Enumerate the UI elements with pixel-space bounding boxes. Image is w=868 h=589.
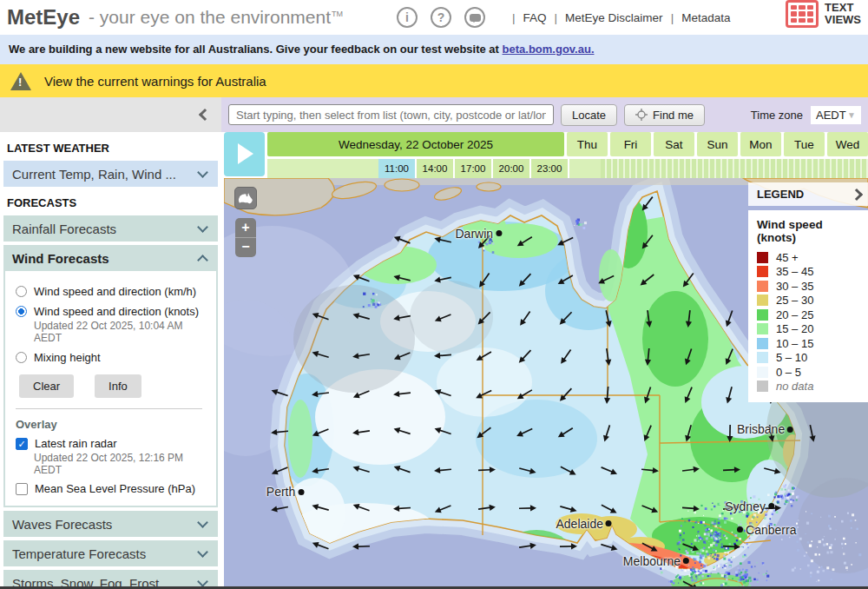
- info-button[interactable]: Info: [95, 374, 141, 398]
- legend-item: 30 – 35: [757, 279, 859, 294]
- time-slot[interactable]: 23:00: [531, 159, 568, 178]
- sidebar-item[interactable]: Temperature Forecasts: [3, 540, 218, 566]
- chevron-down-icon: [197, 517, 208, 528]
- checkbox[interactable]: [16, 438, 28, 450]
- future-times-strip: [601, 159, 868, 178]
- wind-option: Mixing height: [16, 351, 211, 364]
- chevron-up-icon: [197, 255, 208, 266]
- wind-option-radio-row[interactable]: Wind speed and direction (km/h): [16, 285, 211, 298]
- latest-weather-heading: LATEST WEATHER: [7, 142, 221, 155]
- text-views-button[interactable]: TEXTVIEWS: [786, 0, 861, 28]
- app-tagline: - your eye on the environmentTM: [89, 7, 343, 28]
- day-tab[interactable]: Wed: [827, 132, 868, 156]
- wind-option-radio-row[interactable]: Mixing height: [16, 351, 211, 364]
- header-link[interactable]: |FAQ: [504, 11, 547, 24]
- radio-button[interactable]: [16, 352, 27, 363]
- overlay-options: Latest rain radar Updated 22 Oct 2025, 1…: [16, 437, 211, 495]
- overlay-check-row[interactable]: Mean Sea Level Pressure (hPa): [16, 482, 211, 495]
- zoom-to-australia-button[interactable]: [234, 187, 257, 209]
- sidebar-item[interactable]: Waves Forecasts: [3, 511, 218, 537]
- info-icon[interactable]: i: [397, 7, 418, 28]
- time-slot[interactable]: 17:00: [455, 159, 491, 178]
- australia-icon: [237, 193, 254, 204]
- crosshair-icon: [635, 109, 648, 121]
- sidebar-collapse-button[interactable]: [0, 97, 221, 132]
- grid-table-icon: [786, 0, 819, 28]
- chevron-down-icon: [197, 167, 208, 178]
- chevron-left-icon: [199, 109, 211, 121]
- legend-swatch: [757, 252, 768, 263]
- locate-button[interactable]: Locate: [561, 104, 617, 126]
- header-links: |FAQ|MetEye Disclaimer|Metadata: [504, 11, 730, 24]
- text-views-label: TEXTVIEWS: [825, 2, 861, 25]
- overlay-option: Latest rain radar Updated 22 Oct 2025, 1…: [16, 437, 211, 476]
- sidebar-forecast-list: Waves Forecasts Temperature Forecasts St…: [0, 511, 221, 589]
- legend-body: Wind speed (knots) 45 + 35 – 45 30 –: [748, 210, 868, 402]
- zoom-out-button[interactable]: −: [235, 238, 256, 257]
- search-toolbar: Locate Find me Time zone AEDT▼: [221, 97, 868, 132]
- header-icons: i ?: [397, 7, 485, 28]
- day-tab[interactable]: Mon: [740, 132, 781, 156]
- day-tab[interactable]: Thu: [567, 132, 608, 156]
- sidebar: LATEST WEATHER Current Temp, Rain, Wind …: [0, 132, 221, 589]
- location-search-input[interactable]: [228, 104, 554, 125]
- warnings-banner[interactable]: View the current warnings for Australia: [0, 64, 868, 97]
- day-tab[interactable]: Tue: [784, 132, 825, 156]
- checkbox[interactable]: [16, 483, 28, 495]
- day-tab[interactable]: Sun: [697, 132, 738, 156]
- radio-button[interactable]: [16, 286, 27, 297]
- chevron-right-icon: [851, 188, 863, 200]
- timezone-select[interactable]: AEDT▼: [811, 106, 861, 124]
- legend-header[interactable]: LEGEND: [748, 182, 868, 206]
- play-animation-button[interactable]: [224, 132, 265, 176]
- legend-item: 45 +: [757, 250, 859, 265]
- time-slot[interactable]: 14:00: [417, 159, 453, 178]
- wind-option-radio-row[interactable]: Wind speed and direction (knots): [16, 305, 211, 318]
- beta-site-link[interactable]: beta.bom.gov.au.: [503, 43, 595, 56]
- time-slot[interactable]: 20:00: [493, 159, 529, 178]
- legend-item: 25 – 30: [757, 294, 859, 308]
- header-link[interactable]: |Metadata: [663, 11, 731, 24]
- times-strip: [569, 159, 601, 178]
- sidebar-item-rainfall[interactable]: Rainfall Forecasts: [3, 215, 218, 242]
- chevron-down-icon: [197, 576, 208, 587]
- legend-item: 15 – 20: [757, 322, 859, 337]
- header-link[interactable]: |MetEye Disclaimer: [547, 11, 663, 24]
- map-zoom-control: + −: [235, 218, 256, 257]
- overlay-option: Mean Sea Level Pressure (hPa): [16, 482, 211, 495]
- day-tab[interactable]: Fri: [610, 132, 651, 156]
- divider: [16, 408, 202, 409]
- legend-item: 35 – 45: [757, 265, 859, 280]
- help-icon[interactable]: ?: [431, 7, 451, 28]
- map-legend: LEGEND Wind speed (knots) 45 + 35 – 45: [748, 182, 868, 402]
- day-tab[interactable]: Sat: [654, 132, 694, 156]
- sidebar-item-wind[interactable]: Wind Forecasts: [3, 245, 218, 271]
- controls-row: Locate Find me Time zone AEDT▼: [0, 97, 868, 132]
- overlay-heading: Overlay: [16, 418, 211, 431]
- radio-button[interactable]: [16, 306, 27, 317]
- feedback-icon[interactable]: [464, 7, 485, 28]
- find-me-button[interactable]: Find me: [624, 104, 705, 126]
- past-times-strip: [267, 159, 378, 178]
- app-title: MetEye: [7, 5, 80, 30]
- speech-bubble-icon: [470, 14, 481, 22]
- wind-forecast-panel: Wind speed and direction (km/h) Wind spe…: [3, 271, 218, 507]
- legend-swatch: [757, 323, 768, 334]
- legend-title: Wind speed (knots): [757, 218, 859, 244]
- trademark: TM: [332, 10, 343, 18]
- zoom-in-button[interactable]: +: [235, 218, 256, 238]
- overlay-check-row[interactable]: Latest rain radar: [16, 437, 211, 450]
- new-website-banner: We are building a new website for all Au…: [0, 35, 868, 64]
- forecasts-heading: FORECASTS: [7, 196, 221, 209]
- banner-text: We are building a new website for all Au…: [9, 43, 499, 56]
- radio-label: Wind speed and direction (km/h): [34, 285, 196, 298]
- selected-date-tab[interactable]: Wednesday, 22 October 2025: [267, 132, 564, 156]
- forecast-map[interactable]: + − Darwin Perth Adelaide Brisbane: [224, 178, 868, 589]
- time-slot[interactable]: 11:00: [378, 159, 415, 178]
- sidebar-item-current-obs[interactable]: Current Temp, Rain, Wind ...: [3, 161, 218, 187]
- clear-button[interactable]: Clear: [19, 374, 74, 398]
- checkbox-label: Mean Sea Level Pressure (hPa): [35, 482, 195, 495]
- legend-swatch: [757, 352, 768, 363]
- legend-items: 45 + 35 – 45 30 – 35 25 – 30: [757, 250, 859, 394]
- wind-option: Wind speed and direction (km/h): [16, 285, 211, 298]
